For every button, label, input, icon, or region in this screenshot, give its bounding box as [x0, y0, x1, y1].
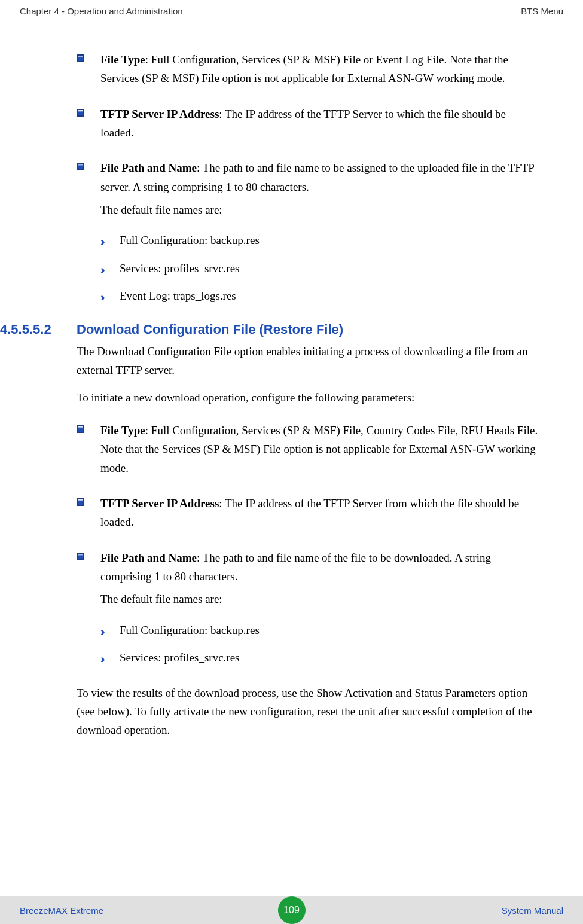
sub-item: ›› Full Configuration: backup.res — [100, 232, 538, 249]
sub-item: ›› Services: profiles_srvc.res — [100, 260, 538, 277]
header-left: Chapter 4 - Operation and Administration — [20, 6, 183, 16]
bullet-item: File Path and Name: The path to and file… — [77, 548, 538, 667]
section2-para1: The Download Configuration File option e… — [77, 342, 538, 380]
section2-para2: To initiate a new download operation, co… — [77, 388, 538, 407]
sub-item-text: Event Log: traps_logs.res — [120, 289, 236, 302]
chevron-icon: ›› — [100, 233, 102, 251]
section2-heading: 4.5.5.5.2 Download Configuration File (R… — [0, 322, 538, 337]
defaults-intro: The default file names are: — [100, 201, 538, 219]
bullet-item: File Path and Name: The path to and file… — [77, 158, 538, 305]
section-title: Download Configuration File (Restore Fil… — [77, 322, 343, 337]
bullet-bold: File Type — [100, 53, 145, 66]
sub-item-text: Full Configuration: backup.res — [120, 234, 260, 246]
page-header: Chapter 4 - Operation and Administration… — [0, 0, 583, 20]
square-bullet-icon — [77, 553, 84, 560]
page-number-badge: 109 — [278, 896, 306, 924]
sub-item: ›› Event Log: traps_logs.res — [100, 288, 538, 305]
chevron-icon: ›› — [100, 289, 102, 306]
chevron-icon: ›› — [100, 651, 102, 668]
sub-item-text: Services: profiles_srvc.res — [120, 651, 240, 664]
bullet-item: TFTP Server IP Address: The IP address o… — [77, 494, 538, 532]
section2-para3: To view the results of the download proc… — [77, 684, 538, 740]
page-content: File Type: Full Configuration, Services … — [0, 20, 583, 740]
section2-bullets: File Type: Full Configuration, Services … — [77, 421, 538, 667]
sub-item: ›› Full Configuration: backup.res — [100, 622, 538, 639]
bullet-bold: TFTP Server IP Address — [100, 497, 219, 510]
square-bullet-icon — [77, 498, 84, 506]
square-bullet-icon — [77, 163, 84, 170]
page-footer: BreezeMAX Extreme 109 System Manual — [0, 896, 583, 924]
square-bullet-icon — [77, 109, 84, 117]
footer-right: System Manual — [502, 905, 563, 916]
sub-item-text: Full Configuration: backup.res — [120, 624, 260, 636]
square-bullet-icon — [77, 54, 84, 62]
section1-bullets: File Type: Full Configuration, Services … — [77, 50, 538, 305]
bullet-bold: File Path and Name — [100, 161, 197, 174]
bullet-item: File Type: Full Configuration, Services … — [77, 50, 538, 88]
square-bullet-icon — [77, 425, 84, 433]
chevron-icon: ›› — [100, 261, 102, 279]
bullet-bold: File Type — [100, 424, 145, 437]
defaults-list: ›› Full Configuration: backup.res ›› Ser… — [100, 622, 538, 667]
header-right: BTS Menu — [521, 6, 563, 16]
defaults-list: ›› Full Configuration: backup.res ›› Ser… — [100, 232, 538, 305]
chevron-icon: ›› — [100, 623, 102, 641]
bullet-item: TFTP Server IP Address: The IP address o… — [77, 105, 538, 142]
bullet-text: : Full Configuration, Services (SP & MSF… — [100, 53, 508, 84]
sub-item: ›› Services: profiles_srvc.res — [100, 649, 538, 667]
bullet-bold: TFTP Server IP Address — [100, 108, 219, 120]
sub-item-text: Services: profiles_srvc.res — [120, 262, 240, 275]
footer-left: BreezeMAX Extreme — [20, 905, 103, 916]
defaults-intro: The default file names are: — [100, 590, 538, 608]
bullet-text: : Full Configuration, Services (SP & MSF… — [100, 424, 538, 474]
bullet-item: File Type: Full Configuration, Services … — [77, 421, 538, 477]
bullet-bold: File Path and Name — [100, 551, 197, 564]
section-number: 4.5.5.5.2 — [0, 322, 77, 337]
